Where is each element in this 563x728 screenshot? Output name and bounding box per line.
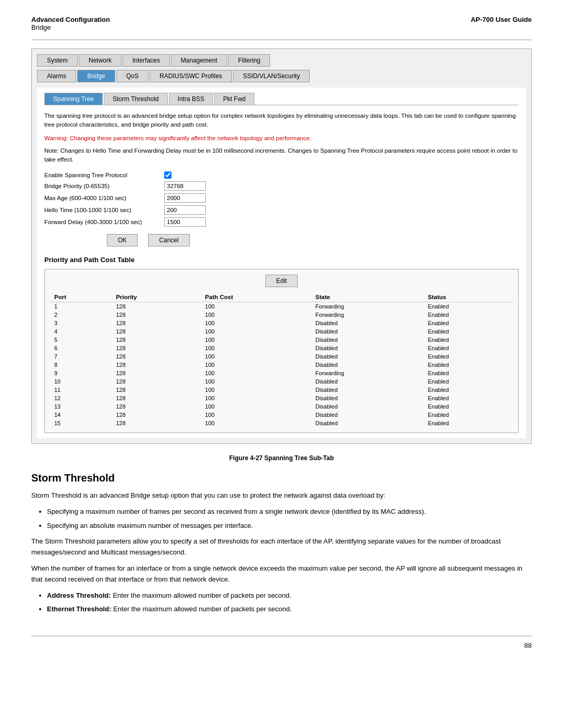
cell-port-1: 2: [50, 311, 112, 319]
cell-priority-10: 128: [112, 386, 201, 394]
page-number: 88: [524, 641, 532, 649]
cell-priority-6: 128: [112, 352, 201, 361]
cell-priority-3: 128: [112, 327, 201, 336]
sub-tab-row: Spanning Tree Storm Threshold Intra BSS …: [44, 93, 519, 105]
col-priority: Priority: [112, 292, 201, 302]
cell-state-6: Disabled: [311, 352, 424, 361]
cell-status-7: Enabled: [424, 361, 513, 369]
checkbox-enable[interactable]: [164, 171, 172, 179]
form-buttons: OK Cancel: [107, 234, 519, 246]
cell-state-9: Disabled: [311, 377, 424, 386]
tab-filtering[interactable]: Filtering: [228, 54, 271, 67]
table-row: 11128100DisabledEnabled: [50, 386, 513, 394]
ok-button[interactable]: OK: [107, 234, 138, 246]
table-container: Edit Port Priority Path Cost State Statu…: [44, 269, 519, 433]
priority-title: Priority and Path Cost Table: [44, 256, 519, 264]
bold-ethernet: Ethernet Threshold:: [47, 605, 112, 613]
table-row: 3128100DisabledEnabled: [50, 319, 513, 327]
storm-bullets-1: Specifying a maximum number of frames pe…: [47, 507, 532, 532]
cell-state-2: Disabled: [311, 319, 424, 327]
tab-radius[interactable]: RADIUS/SWC Profiles: [150, 70, 232, 82]
tab-interfaces[interactable]: Interfaces: [123, 54, 170, 67]
tab-bridge[interactable]: Bridge: [77, 70, 115, 82]
sub-tab-spanning-tree[interactable]: Spanning Tree: [44, 93, 103, 105]
cell-status-6: Enabled: [424, 352, 513, 361]
input-hello-time[interactable]: [164, 205, 206, 215]
cell-port-7: 8: [50, 361, 112, 369]
cell-priority-12: 128: [112, 402, 201, 411]
table-row: 10128100DisabledEnabled: [50, 377, 513, 386]
tab-qos[interactable]: QoS: [116, 70, 149, 82]
cell-port-14: 15: [50, 419, 112, 427]
cell-status-10: Enabled: [424, 386, 513, 394]
cell-priority-8: 128: [112, 369, 201, 377]
storm-threshold-section: Storm Threshold Storm Threshold is an ad…: [31, 472, 532, 615]
page-footer: 88: [31, 636, 532, 649]
table-row: 2128100ForwardingEnabled: [50, 311, 513, 319]
col-path-cost: Path Cost: [201, 292, 311, 302]
table-row: 7128100DisabledEnabled: [50, 352, 513, 361]
cell-port-5: 6: [50, 344, 112, 352]
tab-network[interactable]: Network: [79, 54, 121, 67]
form-row-1: Bridge Priority (0-65535): [44, 181, 519, 191]
tab-alarms[interactable]: Alarms: [37, 70, 76, 82]
col-port: Port: [50, 292, 112, 302]
sub-tab-storm-threshold[interactable]: Storm Threshold: [104, 93, 167, 105]
cell-path_cost-1: 100: [201, 311, 311, 319]
cell-port-4: 5: [50, 336, 112, 344]
cell-path_cost-0: 100: [201, 302, 311, 311]
cell-port-2: 3: [50, 319, 112, 327]
description-text: The spanning tree protocol is an advance…: [44, 112, 519, 130]
label-priority: Bridge Priority (0-65535): [44, 183, 164, 189]
label-max-age: Max Age (600-4000 1/100 sec): [44, 195, 164, 201]
content-area: Spanning Tree Storm Threshold Intra BSS …: [37, 88, 526, 438]
cell-path_cost-3: 100: [201, 327, 311, 336]
col-state: State: [311, 292, 424, 302]
bullet-1: Specifying a maximum number of frames pe…: [47, 507, 532, 517]
sub-tab-pkt-fwd[interactable]: Pkt Fwd: [214, 93, 254, 105]
table-row: 5128100DisabledEnabled: [50, 336, 513, 344]
label-enable: Enable Spanning Tree Protocol: [44, 172, 164, 178]
form-row-0: Enable Spanning Tree Protocol: [44, 171, 519, 179]
header-left: Advanced Configuration: [31, 16, 110, 23]
tab-row-2: Alarms Bridge QoS RADIUS/SWC Profiles SS…: [37, 70, 526, 82]
cell-path_cost-12: 100: [201, 402, 311, 411]
cell-path_cost-9: 100: [201, 377, 311, 386]
table-row: 15128100DisabledEnabled: [50, 419, 513, 427]
cell-status-8: Enabled: [424, 369, 513, 377]
cell-status-5: Enabled: [424, 344, 513, 352]
cell-path_cost-14: 100: [201, 419, 311, 427]
edit-button[interactable]: Edit: [265, 275, 298, 287]
cell-state-5: Disabled: [311, 344, 424, 352]
cell-state-14: Disabled: [311, 419, 424, 427]
table-row: 14128100DisabledEnabled: [50, 411, 513, 419]
cell-status-13: Enabled: [424, 411, 513, 419]
sub-tab-intra-bss[interactable]: Intra BSS: [169, 93, 213, 105]
tab-management[interactable]: Management: [171, 54, 227, 67]
note-text: Note: Changes to Hello Time and Forwardi…: [44, 146, 519, 165]
cell-state-7: Disabled: [311, 361, 424, 369]
cell-priority-0: 128: [112, 302, 201, 311]
header-right: AP-700 User Guide: [471, 16, 532, 36]
cell-priority-11: 128: [112, 394, 201, 402]
cell-status-11: Enabled: [424, 394, 513, 402]
cell-port-11: 12: [50, 394, 112, 402]
table-row: 6128100DisabledEnabled: [50, 344, 513, 352]
input-forward-delay[interactable]: [164, 217, 206, 227]
rest-address: Enter the maximum allowed number of pack…: [113, 591, 291, 599]
input-priority[interactable]: [164, 181, 206, 191]
cell-priority-13: 128: [112, 411, 201, 419]
table-row: 12128100DisabledEnabled: [50, 394, 513, 402]
tab-row-1: System Network Interfaces Management Fil…: [37, 54, 526, 67]
input-max-age[interactable]: [164, 193, 206, 203]
cell-priority-2: 128: [112, 319, 201, 327]
tab-ssid[interactable]: SSID/VLAN/Security: [233, 70, 310, 82]
edit-button-row: Edit: [50, 275, 513, 287]
priority-section: Priority and Path Cost Table Edit Port P…: [44, 256, 519, 433]
cell-status-3: Enabled: [424, 327, 513, 336]
storm-para2: When the number of frames for an interfa…: [31, 563, 532, 585]
tab-system[interactable]: System: [37, 54, 78, 67]
col-status: Status: [424, 292, 513, 302]
cell-state-4: Disabled: [311, 336, 424, 344]
cancel-button[interactable]: Cancel: [148, 234, 189, 246]
